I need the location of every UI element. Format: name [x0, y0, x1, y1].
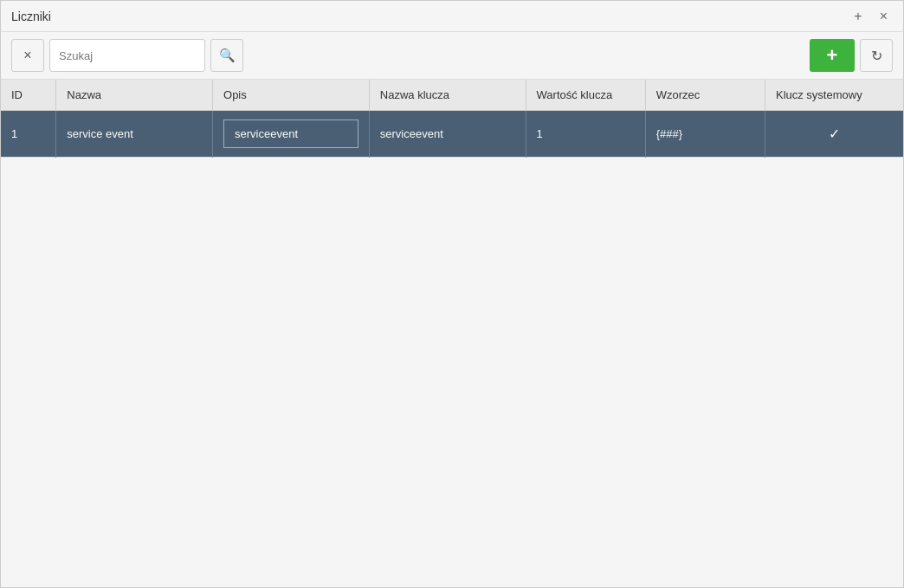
- cell-wartosc_klucza: 1: [526, 111, 645, 158]
- cell-wzorzec: {###}: [645, 111, 765, 158]
- refresh-button[interactable]: ↻: [860, 39, 893, 72]
- add-button[interactable]: +: [810, 39, 855, 72]
- title-bar: Liczniki + ×: [1, 1, 903, 32]
- title-bar-right: + ×: [849, 8, 893, 25]
- cell-klucz_systemowy: ✓: [765, 111, 903, 158]
- search-input[interactable]: [49, 39, 205, 72]
- main-window: Liczniki + × × 🔍 + ↻: [0, 0, 904, 588]
- col-header-wzorzec: Wzorzec: [645, 80, 765, 111]
- table-row[interactable]: 1service eventserviceeventserviceevent1{…: [1, 111, 903, 158]
- data-table: ID Nazwa Opis Nazwa klucza Wartość klucz…: [1, 80, 903, 158]
- window-add-button[interactable]: +: [849, 8, 867, 25]
- search-icon: 🔍: [219, 48, 236, 63]
- title-bar-left: Liczniki: [11, 10, 51, 23]
- window-close-button[interactable]: ×: [875, 8, 893, 25]
- col-header-wartosc-klucza: Wartość klucza: [526, 80, 645, 111]
- table-header-row: ID Nazwa Opis Nazwa klucza Wartość klucz…: [1, 80, 903, 111]
- cell-id: 1: [1, 111, 56, 158]
- toolbar-left: × 🔍: [11, 39, 243, 72]
- col-header-nazwa-klucza: Nazwa klucza: [369, 80, 526, 111]
- cell-nazwa_klucza: serviceevent: [369, 111, 526, 158]
- search-button[interactable]: 🔍: [210, 39, 243, 72]
- col-header-id: ID: [1, 80, 56, 111]
- cell-nazwa: service event: [56, 111, 213, 158]
- plus-icon: +: [827, 44, 838, 67]
- col-header-nazwa: Nazwa: [56, 80, 213, 111]
- window-title: Liczniki: [11, 10, 51, 23]
- clear-button[interactable]: ×: [11, 39, 44, 72]
- opis-value: serviceevent: [223, 120, 358, 148]
- col-header-opis: Opis: [213, 80, 370, 111]
- toolbar: × 🔍 + ↻: [1, 32, 903, 80]
- table-container: ID Nazwa Opis Nazwa klucza Wartość klucz…: [1, 80, 903, 587]
- checkmark-icon: ✓: [829, 126, 840, 141]
- col-header-klucz-systemowy: Klucz systemowy: [765, 80, 903, 111]
- cell-opis: serviceevent: [213, 111, 370, 158]
- refresh-icon: ↻: [871, 48, 882, 64]
- toolbar-right: + ↻: [810, 39, 893, 72]
- clear-icon: ×: [23, 48, 31, 63]
